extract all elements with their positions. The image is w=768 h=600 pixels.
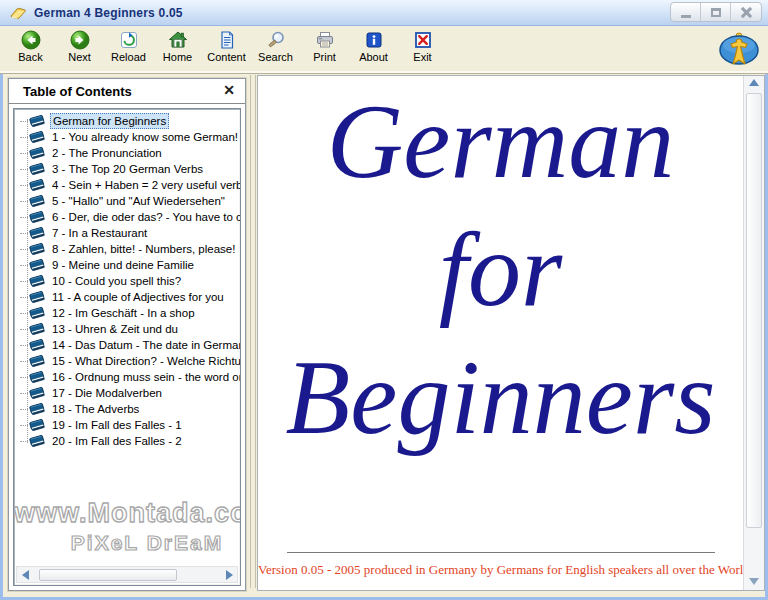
- toolbar-button-back[interactable]: Back: [6, 29, 55, 63]
- toc-item[interactable]: 18 - The Adverbs: [14, 401, 240, 417]
- toolbar-button-label: Search: [258, 51, 293, 63]
- toc-item[interactable]: 20 - Im Fall des Falles - 2: [14, 433, 240, 449]
- back-arrow-icon: [21, 29, 41, 50]
- toc-item[interactable]: 2 - The Pronunciation: [14, 145, 240, 161]
- book-icon: [29, 322, 46, 336]
- vertical-scroll-thumb[interactable]: [746, 93, 762, 528]
- up-triangle-icon: [749, 79, 759, 86]
- toc-title: Table of Contents: [23, 84, 132, 99]
- tree-connector: [20, 345, 28, 346]
- tree-connector: [20, 153, 28, 154]
- toc-header: Table of Contents ✕: [9, 79, 245, 104]
- horizontal-scrollbar[interactable]: [16, 566, 238, 583]
- toc-item[interactable]: 17 - Die Modalverben: [14, 385, 240, 401]
- toolbar-button-print[interactable]: Print: [300, 29, 349, 63]
- content-panel: German for Beginners Version 0.05 - 2005…: [257, 75, 765, 591]
- tree-connector: [20, 201, 28, 202]
- titlebar[interactable]: German 4 Beginners 0.05: [0, 0, 768, 26]
- book-icon: [29, 194, 46, 208]
- tree-connector: [20, 441, 28, 442]
- scroll-up-arrow[interactable]: [744, 79, 764, 86]
- book-icon: [29, 338, 46, 352]
- toolbar-button-reload[interactable]: Reload: [104, 29, 153, 63]
- tree-connector: [20, 377, 28, 378]
- book-icon: [29, 274, 46, 288]
- tree-connector: [20, 217, 28, 218]
- watermark: www.Montada.com PiXeL DrEaM: [14, 498, 240, 555]
- toolbar-button-home[interactable]: Home: [153, 29, 202, 63]
- toc-item[interactable]: 1 - You already know some German!: [14, 129, 240, 145]
- tree-connector: [20, 121, 28, 122]
- tree-connector: [20, 137, 28, 138]
- book-icon: [29, 114, 46, 128]
- scroll-down-arrow[interactable]: [744, 578, 764, 585]
- window-title: German 4 Beginners 0.05: [34, 6, 183, 20]
- book-icon: [29, 162, 46, 176]
- toc-item[interactable]: 8 - Zahlen, bitte! - Numbers, please!: [14, 241, 240, 257]
- toc-item[interactable]: 15 - What Direction? - Welche Richtung: [14, 353, 240, 369]
- toc-item-label: 11 - A couple of Adjectives for you: [50, 290, 226, 304]
- panel-splitter[interactable]: [248, 75, 257, 588]
- toc-item[interactable]: 9 - Meine und deine Familie: [14, 257, 240, 273]
- scroll-right-arrow[interactable]: [221, 567, 237, 582]
- maximize-button[interactable]: [701, 3, 731, 21]
- book-icon: [29, 226, 46, 240]
- book-icon: [29, 434, 46, 448]
- toolbar: BackNextReloadHomeContentSearchPrintAbou…: [0, 26, 768, 74]
- toc-item[interactable]: 16 - Ordnung muss sein - the word orde: [14, 369, 240, 385]
- toolbar-button-label: Back: [18, 51, 42, 63]
- close-button[interactable]: [731, 3, 761, 21]
- toc-item[interactable]: 19 - Im Fall des Falles - 1: [14, 417, 240, 433]
- toc-item-label: 15 - What Direction? - Welche Richtung: [50, 354, 240, 368]
- toolbar-button-exit[interactable]: Exit: [398, 29, 447, 63]
- toc-item[interactable]: German for Beginners: [14, 113, 240, 129]
- reload-icon: [119, 29, 139, 50]
- toc-item[interactable]: 14 - Das Datum - The date in German: [14, 337, 240, 353]
- tree-connector: [20, 185, 28, 186]
- window-controls: [670, 2, 762, 22]
- toolbar-buttons: BackNextReloadHomeContentSearchPrintAbou…: [6, 29, 447, 63]
- toc-item[interactable]: 5 - "Hallo" und "Auf Wiedersehen": [14, 193, 240, 209]
- tree-connector: [20, 409, 28, 410]
- tree-connector: [20, 361, 28, 362]
- toolbar-button-next[interactable]: Next: [55, 29, 104, 63]
- tree-connector: [20, 281, 28, 282]
- vertical-scrollbar[interactable]: [743, 76, 764, 590]
- toc-listbox: German for Beginners1 - You already know…: [13, 108, 241, 586]
- toc-item[interactable]: 12 - Im Geschäft - In a shop: [14, 305, 240, 321]
- toc-item[interactable]: 10 - Could you spell this?: [14, 273, 240, 289]
- toc-item-label: 9 - Meine und deine Familie: [50, 258, 196, 272]
- brand-logo-icon: [717, 31, 761, 67]
- toc-item-label: 19 - Im Fall des Falles - 1: [50, 418, 184, 432]
- tree-connector: [20, 393, 28, 394]
- toc-item[interactable]: 3 - The Top 20 German Verbs: [14, 161, 240, 177]
- toc-close-icon[interactable]: ✕: [223, 82, 235, 98]
- toolbar-button-about[interactable]: About: [349, 29, 398, 63]
- info-icon: [364, 29, 384, 50]
- minimize-button[interactable]: [671, 3, 701, 21]
- toc-item-label: 17 - Die Modalverben: [50, 386, 164, 400]
- toc-item[interactable]: 4 - Sein + Haben = 2 very useful verbs!: [14, 177, 240, 193]
- tree-connector: [20, 313, 28, 314]
- toc-item[interactable]: 7 - In a Restaurant: [14, 225, 240, 241]
- maximize-icon: [711, 8, 721, 17]
- horizontal-scroll-thumb[interactable]: [39, 569, 177, 581]
- tree-connector: [20, 233, 28, 234]
- toolbar-button-content[interactable]: Content: [202, 29, 251, 63]
- toolbar-button-label: Next: [68, 51, 91, 63]
- toolbar-button-search[interactable]: Search: [251, 29, 300, 63]
- toc-item-label: 20 - Im Fall des Falles - 2: [50, 434, 184, 448]
- tree-connector: [20, 297, 28, 298]
- printer-icon: [315, 29, 335, 50]
- book-icon: [29, 418, 46, 432]
- toolbar-button-label: Exit: [413, 51, 431, 63]
- toc-item[interactable]: 13 - Uhren & Zeit und du: [14, 321, 240, 337]
- exit-x-icon: [413, 29, 433, 50]
- toc-item-label: 18 - The Adverbs: [50, 402, 141, 416]
- toc-item[interactable]: 11 - A couple of Adjectives for you: [14, 289, 240, 305]
- toc-item[interactable]: 6 - Der, die oder das? - You have to cho: [14, 209, 240, 225]
- toc-item-label: 5 - "Hallo" und "Auf Wiedersehen": [50, 194, 227, 208]
- toc-item-label: German for Beginners: [50, 113, 169, 129]
- book-icon: [29, 290, 46, 304]
- scroll-left-arrow[interactable]: [17, 567, 33, 582]
